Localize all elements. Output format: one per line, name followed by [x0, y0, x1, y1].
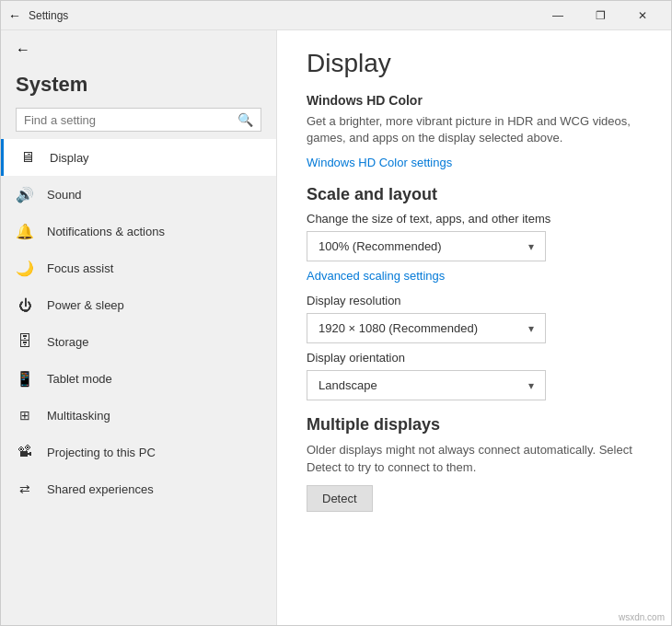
sidebar-item-label-projecting: Projecting to this PC — [47, 446, 156, 459]
search-box[interactable]: 🔍 — [16, 108, 261, 132]
sidebar: ← System 🔍 🖥 Display 🔊 Sound 🔔 Notificat… — [1, 30, 277, 625]
sidebar-item-label-notifications: Notifications & actions — [47, 225, 165, 238]
back-icon[interactable]: ← — [8, 8, 21, 23]
sidebar-item-shared[interactable]: ⇄ Shared experiences — [1, 470, 276, 507]
settings-window: ← Settings — ❐ ✕ ← System 🔍 🖥 Display — [0, 0, 672, 626]
tablet-icon: 📱 — [16, 369, 34, 388]
sidebar-item-display[interactable]: 🖥 Display — [1, 139, 276, 176]
sidebar-item-label-storage: Storage — [47, 335, 89, 349]
sidebar-item-projecting[interactable]: 📽 Projecting to this PC — [1, 434, 276, 470]
search-input[interactable] — [24, 113, 232, 127]
resolution-dropdown[interactable]: 1920 × 1080 (Recommended) ▾ — [307, 313, 546, 343]
multiple-displays-section: Multiple displays Older displays might n… — [307, 415, 642, 511]
sidebar-item-label-multitasking: Multitasking — [47, 409, 110, 423]
sidebar-item-label-display: Display — [50, 151, 89, 165]
orientation-label: Display orientation — [307, 351, 642, 365]
resolution-label: Display resolution — [307, 294, 642, 307]
hd-color-title: Windows HD Color — [307, 93, 642, 108]
resolution-value: 1920 × 1080 (Recommended) — [319, 321, 478, 335]
projecting-icon: 📽 — [16, 443, 34, 461]
notifications-icon: 🔔 — [16, 222, 34, 240]
scale-dropdown-arrow: ▾ — [528, 240, 534, 253]
sidebar-item-power[interactable]: ⏻ Power & sleep — [1, 286, 276, 323]
window-title: Settings — [29, 9, 68, 22]
back-button[interactable]: ← — [1, 30, 276, 69]
titlebar: ← Settings — ❐ ✕ — [1, 1, 671, 30]
hd-color-description: Get a brighter, more vibrant picture in … — [307, 113, 642, 146]
scale-value: 100% (Recommended) — [319, 239, 442, 253]
page-title: Display — [307, 49, 642, 78]
hd-color-link[interactable]: Windows HD Color settings — [307, 156, 452, 169]
maximize-button[interactable]: ❐ — [579, 1, 621, 30]
shared-icon: ⇄ — [16, 480, 34, 498]
hd-color-section: Windows HD Color Get a brighter, more vi… — [307, 93, 642, 170]
sound-icon: 🔊 — [16, 185, 34, 203]
advanced-scaling-link[interactable]: Advanced scaling settings — [307, 269, 642, 283]
multiple-displays-description: Older displays might not always connect … — [307, 442, 642, 475]
scale-dropdown[interactable]: 100% (Recommended) ▾ — [307, 231, 546, 261]
minimize-button[interactable]: — — [537, 1, 579, 30]
sidebar-item-label-power: Power & sleep — [47, 298, 124, 312]
orientation-dropdown-arrow: ▾ — [528, 379, 534, 392]
sidebar-item-sound[interactable]: 🔊 Sound — [1, 176, 276, 213]
sidebar-item-notifications[interactable]: 🔔 Notifications & actions — [1, 213, 276, 249]
resolution-dropdown-arrow: ▾ — [528, 322, 534, 335]
multitasking-icon: ⊞ — [16, 406, 34, 424]
scale-section-heading: Scale and layout — [307, 185, 642, 204]
detect-button[interactable]: Detect — [307, 485, 373, 512]
orientation-dropdown[interactable]: Landscape ▾ — [307, 370, 546, 400]
sidebar-item-label-focus: Focus assist — [47, 261, 113, 275]
titlebar-left: ← Settings — [8, 8, 68, 23]
orientation-value: Landscape — [319, 378, 377, 392]
sidebar-item-label-sound: Sound — [47, 188, 82, 202]
storage-icon: 🗄 — [16, 332, 34, 351]
sidebar-item-focus[interactable]: 🌙 Focus assist — [1, 249, 276, 286]
scale-label: Change the size of text, apps, and other… — [307, 212, 642, 226]
sidebar-title: System — [1, 69, 276, 104]
multiple-displays-heading: Multiple displays — [307, 415, 642, 435]
titlebar-controls: — ❐ ✕ — [537, 1, 664, 30]
main-content: Display Windows HD Color Get a brighter,… — [277, 30, 671, 625]
sidebar-item-multitasking[interactable]: ⊞ Multitasking — [1, 397, 276, 434]
watermark: wsxdn.com — [619, 612, 665, 622]
search-icon: 🔍 — [238, 112, 253, 127]
sidebar-item-label-shared: Shared experiences — [47, 482, 154, 496]
sidebar-item-storage[interactable]: 🗄 Storage — [1, 323, 276, 360]
sidebar-item-tablet[interactable]: 📱 Tablet mode — [1, 360, 276, 397]
back-arrow-icon: ← — [16, 41, 30, 58]
content-area: ← System 🔍 🖥 Display 🔊 Sound 🔔 Notificat… — [1, 30, 671, 625]
focus-icon: 🌙 — [16, 259, 34, 277]
close-button[interactable]: ✕ — [621, 1, 664, 30]
display-icon: 🖥 — [18, 148, 37, 167]
sidebar-item-label-tablet: Tablet mode — [47, 372, 112, 386]
power-icon: ⏻ — [16, 296, 34, 314]
